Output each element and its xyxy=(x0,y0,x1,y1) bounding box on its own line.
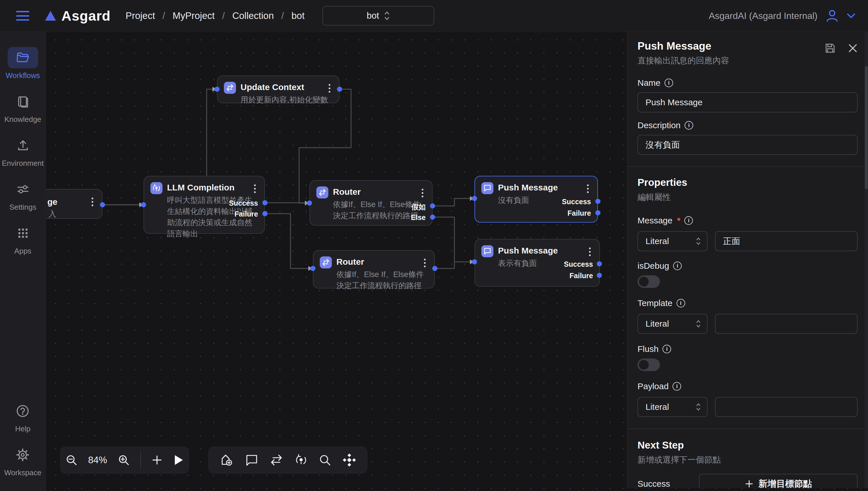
sidebar-item-workflows[interactable]: Workflows xyxy=(6,47,40,80)
output-port-success[interactable] xyxy=(262,200,268,205)
output-label-success: Success xyxy=(562,198,591,206)
edge xyxy=(433,199,470,206)
zoom-in-icon[interactable] xyxy=(117,454,130,466)
llm-bulb-icon[interactable] xyxy=(295,454,307,466)
kebab-menu-icon[interactable] xyxy=(421,187,425,199)
breadcrumb-project[interactable]: Project xyxy=(126,10,155,21)
input-port[interactable] xyxy=(472,196,477,201)
node-push-message-2[interactable]: Push Message 表示有負面 Success Failure xyxy=(474,239,600,287)
output-port-success[interactable] xyxy=(595,199,600,204)
edge xyxy=(435,262,454,268)
panel-subtitle: 直接輸出訊息的回應內容 xyxy=(638,55,729,66)
add-icon[interactable] xyxy=(151,454,163,466)
kebab-menu-icon[interactable] xyxy=(90,197,94,207)
breadcrumb-bot[interactable]: bot xyxy=(291,10,304,21)
kebab-menu-icon[interactable] xyxy=(253,183,257,194)
node-title: Router xyxy=(333,187,361,197)
output-port-failure[interactable] xyxy=(595,210,600,215)
save-icon[interactable] xyxy=(824,42,836,54)
sidebar-item-label: Apps xyxy=(15,247,31,256)
node-tools-toolbar xyxy=(208,446,368,473)
workflow-selector[interactable]: bot xyxy=(322,6,434,26)
output-port-success[interactable] xyxy=(597,261,602,266)
output-port-if[interactable] xyxy=(430,203,435,208)
move-icon[interactable] xyxy=(343,454,356,467)
top-navbar: Asgard Project / MyProject / Collection … xyxy=(0,0,868,32)
upload-icon xyxy=(17,139,29,151)
info-icon[interactable]: i xyxy=(664,79,673,87)
node-title: Update Context xyxy=(241,82,304,92)
template-mode-select[interactable]: Literal xyxy=(638,314,708,334)
info-icon[interactable]: i xyxy=(662,345,671,353)
workflow-editor-app: Asgard Project / MyProject / Collection … xyxy=(0,0,868,491)
name-input[interactable] xyxy=(638,92,858,112)
node-title: ge xyxy=(47,197,57,207)
node-partial[interactable]: ge 入 xyxy=(46,189,103,219)
info-icon[interactable]: i xyxy=(673,262,682,270)
llm-bulb-icon xyxy=(151,182,162,194)
output-port[interactable] xyxy=(432,266,437,271)
info-icon[interactable]: i xyxy=(684,216,693,225)
payload-value-input[interactable] xyxy=(715,397,858,417)
output-port[interactable] xyxy=(337,87,342,92)
properties-heading: Properties xyxy=(638,177,858,188)
output-port-failure[interactable] xyxy=(262,211,268,216)
sidebar-item-apps[interactable]: Apps xyxy=(8,223,38,256)
payload-label: Payload i xyxy=(638,381,858,391)
sidebar-item-knowledge[interactable]: Knowledge xyxy=(4,91,41,124)
sidebar-item-help[interactable]: Help xyxy=(7,400,38,433)
node-update-context[interactable]: Update Context 用於更新內容,初始化變數 xyxy=(217,76,340,103)
account-chevron-down-icon[interactable] xyxy=(847,13,856,18)
swap-arrows-icon[interactable] xyxy=(270,454,283,466)
user-icon[interactable] xyxy=(825,9,839,23)
settings-pill xyxy=(8,179,38,200)
close-icon[interactable] xyxy=(848,43,858,53)
sidebar-item-environment[interactable]: Environment xyxy=(2,135,44,168)
kebab-menu-icon[interactable] xyxy=(423,258,427,268)
input-port[interactable] xyxy=(310,266,316,271)
description-input[interactable] xyxy=(638,135,858,155)
node-push-message-1[interactable]: Push Message 沒有負面 Success Failure xyxy=(474,176,598,223)
info-icon[interactable]: i xyxy=(685,121,693,129)
zoom-level: 84% xyxy=(88,455,107,465)
add-target-node-button-success[interactable]: 新增目標節點 xyxy=(699,474,858,488)
breadcrumb-collection[interactable]: Collection xyxy=(232,10,274,21)
logo-triangle-icon xyxy=(45,10,56,21)
panel-scrollbar-thumb[interactable] xyxy=(865,66,868,189)
node-router-2[interactable]: Router 依據If、Else If、Else條件決定工作流程執行的路徑 xyxy=(313,250,435,289)
message-mode-select[interactable]: Literal xyxy=(638,231,708,251)
hamburger-menu-icon[interactable] xyxy=(16,11,29,21)
node-llm-completion[interactable]: LLM Completion 呼叫大型語言模型並產生生結構化的資料輸出以輔助流程… xyxy=(143,176,265,234)
output-port-failure[interactable] xyxy=(597,273,602,278)
logo-text: Asgard xyxy=(61,8,110,24)
message-value-input[interactable] xyxy=(715,231,858,251)
input-port[interactable] xyxy=(141,202,146,207)
isdebug-toggle[interactable] xyxy=(638,275,660,288)
flush-label: Flush i xyxy=(638,344,858,354)
payload-mode-select[interactable]: Literal xyxy=(638,397,708,417)
output-port[interactable] xyxy=(100,202,105,207)
panel-scrollbar-track[interactable] xyxy=(865,32,868,488)
breadcrumb-myproject[interactable]: MyProject xyxy=(172,10,215,21)
sidebar-item-workspace[interactable]: Workspace xyxy=(4,444,42,477)
input-port[interactable] xyxy=(472,259,477,264)
node-router-1[interactable]: Router 依據If、Else If、Else條件決定工作流程執行的路徑 假如… xyxy=(309,180,433,226)
add-node-icon[interactable] xyxy=(220,454,234,467)
chat-bubble-icon[interactable] xyxy=(245,454,258,466)
input-port[interactable] xyxy=(307,200,312,206)
sidebar-item-settings[interactable]: Settings xyxy=(8,179,38,212)
run-icon[interactable] xyxy=(173,454,184,466)
description-label: Description i xyxy=(638,120,858,130)
zoom-out-icon[interactable] xyxy=(65,454,78,466)
search-icon[interactable] xyxy=(319,454,331,466)
kebab-menu-icon[interactable] xyxy=(586,183,590,194)
input-port[interactable] xyxy=(214,87,220,92)
template-value-input[interactable] xyxy=(715,314,858,334)
kebab-menu-icon[interactable] xyxy=(588,247,592,257)
flush-toggle[interactable] xyxy=(638,358,660,371)
output-port-else[interactable] xyxy=(430,214,435,220)
kebab-menu-icon[interactable] xyxy=(327,83,331,94)
select-value: Literal xyxy=(646,319,669,329)
info-icon[interactable]: i xyxy=(673,382,681,391)
info-icon[interactable]: i xyxy=(677,299,685,308)
